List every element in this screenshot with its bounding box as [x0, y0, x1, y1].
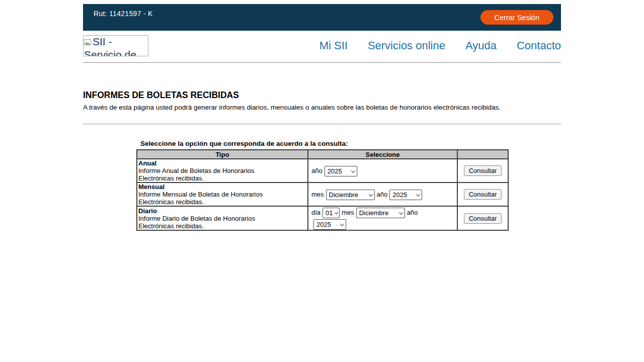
- tipo-label: Mensual: [138, 183, 306, 191]
- column-header-seleccione: Seleccione: [308, 150, 457, 159]
- tipo-description: Informe Mensual de Boletas de Honorarios…: [138, 191, 289, 206]
- column-header-tipo: Tipo: [137, 150, 308, 159]
- month-label: mes: [311, 191, 324, 198]
- divider: [83, 124, 561, 124]
- consulta-section: Seleccione la opción que corresponda de …: [136, 140, 508, 231]
- column-header-accion: [457, 150, 508, 159]
- topbar: Rut: 11421597 - K Cerrar Sesión: [83, 4, 561, 31]
- diario-tipo-cell: Diario Informe Diario de Boletas de Hono…: [137, 206, 308, 230]
- mensual-month-select[interactable]: Diciembre: [326, 190, 375, 200]
- main-nav: Mi SII Servicios online Ayuda Contacto: [319, 39, 561, 52]
- consultar-anual-button[interactable]: Consultar: [464, 165, 502, 176]
- nav-servicios-online[interactable]: Servicios online: [368, 39, 445, 52]
- chevron-down-icon: [398, 210, 403, 214]
- chevron-down-icon: [335, 211, 338, 214]
- logout-button[interactable]: Cerrar Sesión: [480, 10, 553, 25]
- anual-year-select[interactable]: 2025: [325, 166, 357, 176]
- anual-params-cell: año2025: [308, 159, 457, 183]
- page-title: INFORMES DE BOLETAS RECIBIDAS: [83, 90, 561, 101]
- table-header-row: Tipo Seleccione: [137, 150, 508, 159]
- site-header: SII - Servicio de Mi SII Servicios onlin…: [83, 35, 561, 63]
- table-row-anual: Anual Informe Anual de Boletas de Honora…: [137, 159, 508, 183]
- site-logo[interactable]: SII - Servicio de: [83, 35, 148, 56]
- mensual-action-cell: Consultar: [457, 183, 508, 206]
- mensual-params-cell: mesDiciembreaño2025: [308, 183, 457, 206]
- page-description: A través de esta página usted podrá gene…: [83, 104, 561, 111]
- chevron-down-icon: [351, 168, 355, 172]
- year-label: año: [407, 209, 418, 216]
- diario-month-select[interactable]: Diciembre: [356, 208, 405, 218]
- nav-contacto[interactable]: Contacto: [517, 39, 561, 52]
- diario-action-cell: Consultar: [457, 206, 508, 230]
- diario-day-select[interactable]: 01: [323, 208, 340, 218]
- consultar-mensual-button[interactable]: Consultar: [464, 189, 502, 200]
- nav-ayuda[interactable]: Ayuda: [465, 39, 497, 52]
- mensual-tipo-cell: Mensual Informe Mensual de Boletas de Ho…: [137, 183, 308, 206]
- tipo-label: Diario: [138, 207, 306, 215]
- consulta-caption: Seleccione la opción que corresponda de …: [136, 140, 508, 147]
- year-label: año: [311, 167, 323, 174]
- consulta-table: Tipo Seleccione Anual Informe Anual de B…: [136, 149, 509, 231]
- day-label: día: [311, 209, 320, 216]
- diario-params-cell: día01mesDiciembreaño 2025: [308, 206, 457, 230]
- rut-label: Rut: 11421597 - K: [94, 10, 153, 31]
- tipo-description: Informe Diario de Boletas de Honorarios …: [138, 215, 289, 230]
- broken-image-icon: [84, 37, 92, 49]
- chevron-down-icon: [368, 192, 372, 196]
- page-container: Rut: 11421597 - K Cerrar Sesión SII - Se…: [83, 4, 561, 231]
- month-label: mes: [342, 209, 354, 216]
- nav-mi-sii[interactable]: Mi SII: [319, 39, 348, 52]
- table-row-mensual: Mensual Informe Mensual de Boletas de Ho…: [137, 183, 508, 206]
- consultar-diario-button[interactable]: Consultar: [464, 213, 502, 224]
- mensual-year-select[interactable]: 2025: [389, 190, 422, 200]
- tipo-label: Anual: [138, 159, 306, 167]
- tipo-description: Informe Anual de Boletas de Honorarios E…: [138, 167, 289, 182]
- anual-tipo-cell: Anual Informe Anual de Boletas de Honora…: [137, 159, 308, 183]
- table-row-diario: Diario Informe Diario de Boletas de Hono…: [137, 206, 508, 230]
- chevron-down-icon: [416, 192, 420, 196]
- anual-action-cell: Consultar: [457, 159, 508, 183]
- diario-year-select[interactable]: 2025: [313, 219, 346, 230]
- chevron-down-icon: [340, 222, 344, 226]
- year-label: año: [377, 191, 388, 198]
